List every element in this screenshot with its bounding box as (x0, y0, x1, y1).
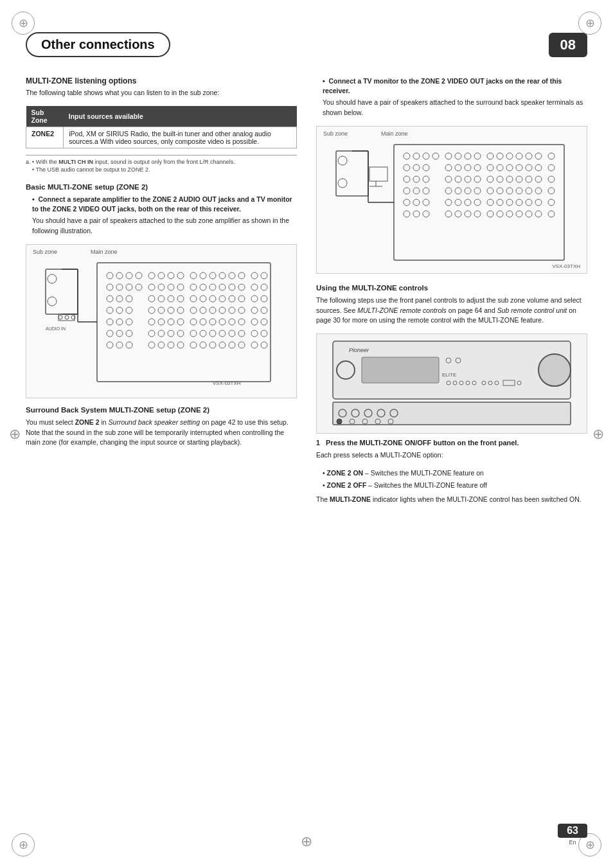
svg-point-141 (535, 153, 542, 159)
svg-point-28 (136, 284, 142, 290)
svg-point-87 (116, 330, 123, 337)
svg-point-198 (548, 199, 555, 206)
svg-point-163 (474, 176, 481, 182)
table-row: ZONE2 iPod, XM or SIRIUS Radio, the buil… (26, 127, 297, 148)
svg-point-122 (338, 156, 347, 165)
svg-point-10 (116, 272, 123, 279)
diagram2-subzone-label: Sub zone (323, 130, 348, 137)
svg-point-5 (65, 315, 69, 319)
svg-point-29 (148, 284, 155, 290)
svg-point-131 (432, 153, 439, 159)
svg-point-66 (219, 307, 226, 314)
svg-point-18 (200, 272, 206, 279)
svg-point-194 (506, 199, 513, 206)
svg-point-176 (465, 188, 471, 194)
svg-point-156 (548, 164, 555, 171)
svg-point-128 (404, 153, 410, 159)
svg-point-103 (126, 342, 132, 348)
svg-point-39 (251, 284, 258, 290)
svg-point-79 (200, 319, 206, 325)
svg-point-200 (413, 211, 420, 217)
svg-point-64 (200, 307, 206, 314)
svg-point-35 (209, 284, 216, 290)
multizone-options-intro: The following table shows what you can l… (26, 88, 297, 98)
svg-point-49 (200, 296, 206, 302)
svg-rect-3 (58, 314, 75, 321)
svg-point-57 (116, 307, 123, 314)
left-column: MULTI-ZONE listening options The followi… (26, 76, 297, 513)
svg-rect-219 (362, 357, 439, 383)
svg-point-186 (413, 199, 420, 206)
svg-point-110 (209, 342, 216, 348)
svg-point-90 (158, 330, 164, 337)
diagram1-mainzone-label: Main zone (91, 249, 118, 255)
svg-point-206 (487, 211, 493, 217)
svg-point-139 (516, 153, 522, 159)
step1-number: 1 (316, 439, 320, 447)
svg-point-22 (238, 272, 245, 279)
svg-point-146 (445, 164, 452, 171)
corner-mark-tr (578, 12, 601, 35)
chapter-number: 08 (549, 33, 587, 57)
svg-point-184 (548, 188, 555, 194)
front-panel-diagram: Pioneer ELITE (316, 333, 587, 434)
corner-mark-bl (12, 833, 35, 856)
svg-point-143 (404, 164, 410, 171)
svg-point-196 (526, 199, 532, 206)
svg-point-61 (168, 307, 174, 314)
zone2-off-label: ZONE 2 OFF (327, 481, 367, 489)
svg-point-185 (404, 199, 410, 206)
bullet2-body: You should have a pair of speakers attac… (323, 98, 587, 118)
svg-point-179 (497, 188, 503, 194)
svg-point-56 (107, 307, 113, 314)
zone2-off-desc: – Switches the MULTI-ZONE feature off (368, 481, 487, 489)
svg-text:AUDIO IN: AUDIO IN (46, 326, 66, 331)
surround-setup-body: You must select ZONE 2 in Surround back … (26, 418, 297, 448)
svg-point-97 (229, 330, 235, 337)
svg-rect-234 (333, 402, 571, 425)
svg-point-111 (219, 342, 226, 348)
svg-point-162 (465, 176, 471, 182)
svg-point-189 (455, 199, 461, 206)
svg-point-77 (177, 319, 184, 325)
svg-point-129 (413, 153, 420, 159)
diagram2-model-label: VSX-03TXH (552, 263, 580, 269)
svg-point-17 (190, 272, 197, 279)
svg-point-154 (526, 164, 532, 171)
footnote-text: a. • With the MULTI CH IN input, sound i… (26, 159, 235, 173)
page: ⊕ ⊕ ⊕ Other connections 08 MULTI-ZONE li… (0, 0, 613, 868)
svg-point-152 (506, 164, 513, 171)
svg-point-88 (126, 330, 132, 337)
svg-point-133 (455, 153, 461, 159)
svg-point-183 (535, 188, 542, 194)
svg-text:VSX-03TXH: VSX-03TXH (213, 380, 241, 386)
svg-point-192 (487, 199, 493, 206)
svg-point-53 (238, 296, 245, 302)
svg-point-138 (506, 153, 513, 159)
svg-point-93 (190, 330, 197, 337)
svg-point-94 (200, 330, 206, 337)
diagram1: Sub zone Main zone AUDIO IN (26, 244, 297, 398)
svg-point-190 (465, 199, 471, 206)
right-mid-cross: ⊕ (592, 426, 604, 443)
svg-point-199 (404, 211, 410, 217)
svg-point-68 (238, 307, 245, 314)
svg-point-100 (261, 330, 267, 337)
bullet1: • Connect a separate amplifier to the ZO… (32, 195, 297, 213)
basic-setup-title: Basic MULTI-ZONE setup (ZONE 2) (26, 183, 297, 191)
svg-point-208 (506, 211, 513, 217)
svg-point-13 (148, 272, 155, 279)
front-panel-svg: Pioneer ELITE (321, 338, 583, 428)
svg-point-104 (148, 342, 155, 348)
svg-point-210 (526, 211, 532, 217)
svg-point-166 (506, 176, 513, 182)
svg-point-137 (497, 153, 503, 159)
svg-point-105 (158, 342, 164, 348)
svg-point-195 (516, 199, 522, 206)
svg-point-59 (148, 307, 155, 314)
svg-point-76 (168, 319, 174, 325)
svg-point-83 (238, 319, 245, 325)
page-number: 63 (558, 824, 587, 838)
multizone-controls-intro: The following steps use the front panel … (316, 296, 587, 326)
svg-point-101 (107, 342, 113, 348)
